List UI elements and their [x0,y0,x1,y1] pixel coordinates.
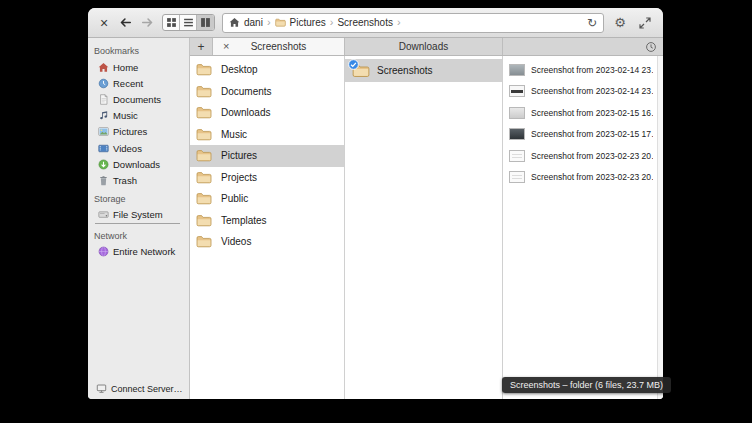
column-home: DesktopDocumentsDownloadsMusicPicturesPr… [190,56,345,399]
selected-check-icon [348,59,359,70]
folder-row-desktop[interactable]: Desktop [190,59,344,81]
view-switcher [162,14,215,31]
forward-arrow-icon [141,17,154,28]
folder-row-videos[interactable]: Videos [190,231,344,253]
tab-screenshots[interactable]: ×Screenshots [213,38,345,55]
folder-icon [196,149,212,162]
breadcrumb-segment-screenshots[interactable]: Screenshots [337,17,393,28]
connect-server-icon [96,383,107,394]
sidebar-item-recent[interactable]: Recent [88,75,189,91]
folder-row-label: Downloads [221,107,270,118]
file-row-label: Screenshot from 2023-02-14 23… [531,86,653,96]
connect-server-button[interactable]: Connect Server… [96,383,183,394]
sidebar-item-pictures[interactable]: Pictures [88,124,189,140]
sidebar-item-downloads[interactable]: Downloads [88,156,189,172]
file-row[interactable]: Screenshot from 2023-02-15 16… [503,102,657,124]
folder-icon [196,171,212,184]
column-pictures: Screenshots [345,56,503,399]
grid-view-button[interactable] [163,15,180,30]
folder-row-label: Desktop [221,64,258,75]
miller-columns: DesktopDocumentsDownloadsMusicPicturesPr… [190,56,663,399]
folder-icon [196,106,212,119]
sidebar-item-label: Downloads [113,159,160,170]
sidebar-item-label: Home [113,62,138,73]
column-view-button[interactable] [197,15,214,30]
connect-server-label: Connect Server… [111,384,183,394]
folder-row-downloads[interactable]: Downloads [190,102,344,124]
chevron-right-icon: › [395,17,403,28]
history-button[interactable] [639,38,663,55]
file-row[interactable]: Screenshot from 2023-02-23 20… [503,145,657,167]
grid-view-icon [166,17,177,28]
file-thumbnail [509,64,525,76]
breadcrumb-label: dani [244,17,263,28]
tab-close-button[interactable]: × [223,41,229,52]
folder-row-documents[interactable]: Documents [190,81,344,103]
sidebar: BookmarksHomeRecentDocumentsMusicPicture… [88,38,190,399]
documents-icon [98,94,109,105]
breadcrumb[interactable]: dani›Pictures›Screenshots› ↻ [222,13,604,33]
breadcrumb-label: Pictures [290,17,326,28]
breadcrumb-segment-pictures[interactable]: Pictures [275,17,326,28]
file-thumbnail [509,107,525,119]
sidebar-item-trash[interactable]: Trash [88,172,189,188]
column-screenshots: Screenshot from 2023-02-14 23…Screenshot… [503,56,657,399]
folder-row-pictures[interactable]: Pictures [190,145,344,167]
chevron-right-icon: › [265,17,273,28]
folder-row-label: Videos [221,236,251,247]
folder-row-label: Templates [221,215,267,226]
folder-icon [196,235,212,248]
file-row[interactable]: Screenshot from 2023-02-14 23… [503,81,657,103]
sidebar-item-home[interactable]: Home [88,59,189,75]
folder-row-label: Projects [221,172,257,183]
folder-row-templates[interactable]: Templates [190,210,344,232]
file-row-label: Screenshot from 2023-02-23 20… [531,151,653,161]
new-tab-button[interactable]: + [190,38,213,55]
back-button[interactable] [118,16,133,30]
file-row[interactable]: Screenshot from 2023-02-15 17… [503,124,657,146]
file-row-label: Screenshot from 2023-02-15 16… [531,108,653,118]
file-row-label: Screenshot from 2023-02-15 17… [531,129,653,139]
fullscreen-button[interactable] [636,14,654,32]
breadcrumb-label: Screenshots [337,17,393,28]
disk-usage-bar [95,223,180,224]
column-view-icon [200,17,211,28]
file-row[interactable]: Screenshot from 2023-02-14 23… [503,59,657,81]
folder-row-public[interactable]: Public [190,188,344,210]
forward-button[interactable] [140,16,155,30]
sidebar-item-label: File System [113,209,163,220]
folder-row-music[interactable]: Music [190,124,344,146]
main-area: BookmarksHomeRecentDocumentsMusicPicture… [88,38,663,399]
home-icon [98,62,109,73]
status-tooltip: Screenshots – folder (6 files, 23.7 MB) [502,377,671,393]
sidebar-section-header: Network [88,226,189,244]
folder-row-screenshots[interactable]: Screenshots [345,59,502,82]
breadcrumb-segment-dani[interactable]: dani [229,17,263,28]
window-close-button[interactable]: × [97,16,111,30]
sidebar-item-file-system[interactable]: File System [88,207,189,223]
sidebar-item-documents[interactable]: Documents [88,91,189,107]
settings-menu-button[interactable]: ⚙ [611,14,629,32]
sidebar-item-entire-network[interactable]: Entire Network [88,244,189,260]
file-thumbnail [509,171,525,183]
scrollbar-gutter[interactable] [657,56,663,399]
content-area: + ×ScreenshotsDownloads DesktopDocuments… [190,38,663,399]
screen-background: × dani›Pictures›Screenshots› ↻ ⚙ Bookmar… [0,0,752,423]
sidebar-item-label: Documents [113,94,161,105]
downloads-icon [98,159,109,170]
videos-icon [98,143,109,154]
sidebar-item-label: Recent [113,78,143,89]
tab-downloads[interactable]: Downloads [345,38,503,55]
list-view-button[interactable] [180,15,197,30]
file-row[interactable]: Screenshot from 2023-02-23 20… [503,167,657,189]
tabs: ×ScreenshotsDownloads [213,38,503,55]
folder-icon [196,63,212,76]
folder-row-projects[interactable]: Projects [190,167,344,189]
sidebar-item-music[interactable]: Music [88,108,189,124]
tab-label: Downloads [399,41,448,52]
sidebar-item-label: Videos [113,143,142,154]
sidebar-item-videos[interactable]: Videos [88,140,189,156]
reload-button[interactable]: ↻ [587,17,597,29]
folder-icon [196,128,212,141]
folder-icon [275,17,286,28]
